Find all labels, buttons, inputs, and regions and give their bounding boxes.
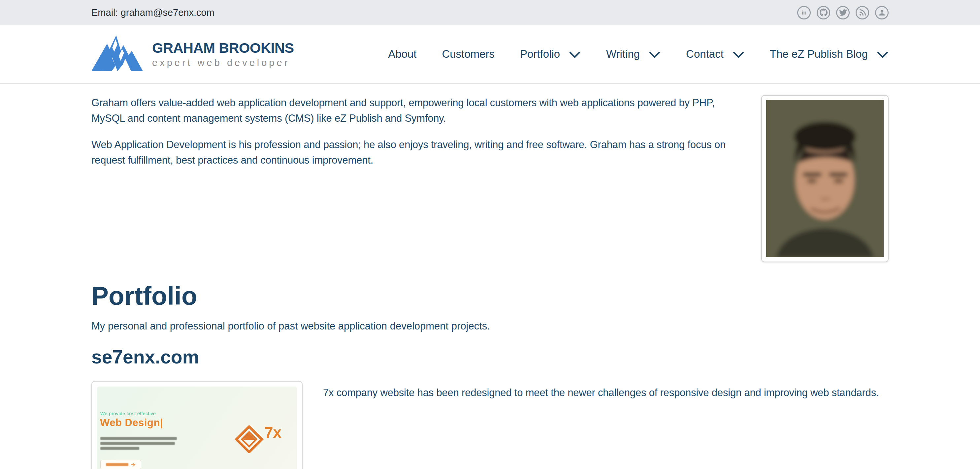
nav-item-about[interactable]: About	[388, 48, 417, 60]
chevron-down-icon	[732, 51, 745, 58]
logo-title: GRAHAM BROOKINS	[152, 40, 294, 56]
rss-icon[interactable]	[856, 6, 869, 19]
portrait-photo	[761, 95, 889, 262]
intro-text: Graham offers value-added web applicatio…	[91, 95, 732, 179]
thumb-heading: Web Design|	[100, 417, 163, 429]
blurred-text-line	[100, 447, 139, 450]
project-thumbnail-link[interactable]: We provide cost effective Web Design|	[91, 381, 302, 469]
twitter-icon[interactable]	[836, 6, 850, 19]
nav-item-customers[interactable]: Customers	[442, 48, 495, 60]
intro-paragraph-2: Web Application Development is his profe…	[91, 137, 732, 168]
main-nav: About Customers Portfolio Writing Contac…	[388, 48, 889, 60]
logo-link[interactable]: GRAHAM BROOKINS expert web developer	[91, 34, 294, 74]
nav-label: The eZ Publish Blog	[770, 48, 868, 60]
nav-item-writing[interactable]: Writing	[606, 48, 660, 60]
chevron-down-icon	[569, 51, 581, 58]
nav-item-contact[interactable]: Contact	[686, 48, 745, 60]
social-links: in	[797, 6, 889, 19]
intro-paragraph-1: Graham offers value-added web applicatio…	[91, 95, 732, 126]
portfolio-section: Portfolio My personal and professional p…	[91, 281, 889, 469]
linkedin-icon[interactable]: in	[797, 6, 811, 19]
github-icon[interactable]	[817, 6, 830, 19]
blurred-text-line	[100, 437, 177, 440]
blurred-button-label	[106, 463, 128, 466]
user-icon[interactable]	[875, 6, 889, 19]
nav-label: Writing	[606, 48, 640, 60]
project-thumbnail: We provide cost effective Web Design|	[97, 386, 297, 469]
mountain-logo-icon	[91, 34, 143, 74]
arrow-right-icon	[131, 463, 135, 466]
chevron-down-icon	[649, 51, 660, 58]
project-row: We provide cost effective Web Design|	[91, 381, 889, 469]
nav-label: Contact	[686, 48, 724, 60]
thumb-brand-text: 7x	[265, 423, 282, 441]
chevron-down-icon	[877, 51, 889, 58]
7x-diamond-logo	[235, 426, 264, 453]
topbar: Email: graham@se7enx.com in	[0, 0, 980, 25]
portfolio-heading: Portfolio	[91, 281, 889, 311]
project-name-heading: se7enx.com	[91, 346, 889, 368]
email-text: Email: graham@se7enx.com	[91, 7, 215, 18]
intro-section: Graham offers value-added web applicatio…	[0, 95, 980, 262]
nav-label: Portfolio	[520, 48, 560, 60]
logo-subtitle: expert web developer	[152, 57, 294, 68]
nav-item-ez-publish-blog[interactable]: The eZ Publish Blog	[770, 48, 889, 60]
thumb-cta-button	[100, 460, 141, 469]
nav-item-portfolio[interactable]: Portfolio	[520, 48, 581, 60]
nav-label: About	[388, 48, 417, 60]
thumb-tagline: We provide cost effective	[100, 411, 156, 416]
project-description: 7x company website has been redesigned t…	[323, 385, 889, 401]
svg-text:in: in	[802, 10, 806, 16]
portfolio-subheading: My personal and professional portfolio o…	[91, 320, 889, 332]
site-header: GRAHAM BROOKINS expert web developer Abo…	[0, 25, 980, 84]
blurred-text-line	[100, 442, 175, 445]
nav-label: Customers	[442, 48, 495, 60]
